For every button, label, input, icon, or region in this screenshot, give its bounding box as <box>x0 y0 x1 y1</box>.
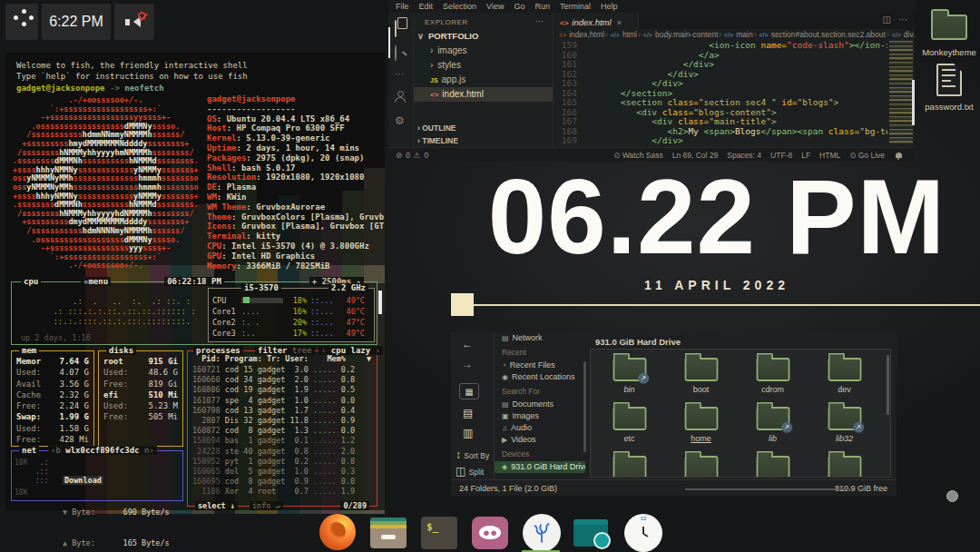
dock-terminal[interactable]: $_ <box>421 514 457 550</box>
menu-help[interactable]: Help <box>601 2 618 11</box>
split-button[interactable]: ◫ Split <box>456 465 484 478</box>
tree-item-styles[interactable]: ›styles <box>414 58 553 73</box>
tree-item-index.html[interactable]: <>index.html <box>414 87 553 102</box>
neofetch-info-row: DE: Plasma <box>207 182 384 192</box>
tab-index-html[interactable]: <>index.html× <box>554 13 639 29</box>
place-item-audio[interactable]: ♫Audio <box>495 422 585 434</box>
desktop-icon-monkeytheme[interactable] <box>931 15 967 40</box>
back-button[interactable]: ← <box>462 338 473 350</box>
breadcrumb-item[interactable]: div.about- <box>904 30 915 39</box>
place-item-recent-locations[interactable]: ◉Recent Locations <box>495 371 585 383</box>
vscode-editor: <>index.html× ◫ ··· <>index.html›</>html… <box>554 13 915 147</box>
tree-item-images[interactable]: ›images <box>414 44 553 58</box>
explorer-icon[interactable] <box>395 21 397 37</box>
vscode-window[interactable]: FileEditSelectionViewGoRunTerminalHelp ·… <box>388 0 915 162</box>
more-views-icon[interactable]: ··· <box>395 69 404 79</box>
breadcrumb-item[interactable]: body.main-content <box>655 30 718 39</box>
folder-lib[interactable]: ↗lib <box>737 399 808 443</box>
split-editor-icon[interactable]: ◫ <box>883 15 891 25</box>
app-launcher-button[interactable] <box>5 4 38 40</box>
place-item-documents[interactable]: ▤Documents <box>495 399 585 410</box>
file-manager-window[interactable]: ← → ▦ ▤ ▥ ↕ Sort By ◫ Split ▤NetworkRece… <box>451 332 897 496</box>
folder-hidden[interactable] <box>593 448 665 478</box>
folder-hidden[interactable] <box>665 448 737 478</box>
breadcrumb-item[interactable]: section#about.section.sec2.about <box>771 30 886 39</box>
breadcrumb-item[interactable]: index.html <box>569 30 604 39</box>
cpu-menu-button[interactable]: ▪menu <box>81 277 111 286</box>
code-line: 159<ion-icon name="code-slash"></ion-i <box>554 41 887 51</box>
details-view-button[interactable]: ▥ <box>463 427 473 439</box>
menu-edit[interactable]: Edit <box>419 2 434 11</box>
minimap[interactable] <box>889 41 913 143</box>
menu-run[interactable]: Run <box>534 2 550 11</box>
dock-coral-browser[interactable] <box>523 514 559 550</box>
processes-header: Pid: Program: Tr: User: Mem% <box>192 354 346 363</box>
editor-more-icon[interactable]: ··· <box>898 15 907 25</box>
line-number: 167 <box>554 117 577 127</box>
folder-lib32[interactable]: ↗lib32 <box>808 399 880 443</box>
sort-by-button[interactable]: ↕ Sort By <box>456 448 489 461</box>
menu-go[interactable]: Go <box>514 2 524 11</box>
folder-view-scrollbar[interactable] <box>887 355 889 415</box>
desktop-icon-password[interactable] <box>936 64 962 96</box>
monitor-processes-panel: processes filter tree ‹ cpu lazy › Pid: … <box>187 350 377 507</box>
net-axis-bottom: 10K <box>15 488 27 497</box>
spectacle-icon <box>573 519 608 547</box>
zoom-slider-knob[interactable] <box>946 490 958 502</box>
processes-count: 0/289 <box>340 501 369 510</box>
process-row: 158952 pyt 1 gadget 0.2 ..... 0.8 <box>188 457 377 467</box>
breadcrumb-item[interactable]: html <box>622 30 637 39</box>
folder-hidden[interactable] <box>737 448 808 478</box>
dock-spectacle[interactable] <box>573 514 610 550</box>
timeline-section[interactable]: › TIMELINE <box>417 136 458 145</box>
search-icon[interactable] <box>395 45 397 62</box>
places-scrollbar[interactable] <box>583 361 586 452</box>
settings-gear-icon[interactable]: ⚙ <box>395 114 405 127</box>
terminal-window[interactable]: Welcome to fish, the friendly interactiv… <box>5 53 385 510</box>
active-view-indicator <box>388 27 390 58</box>
net-axis-top: 10K <box>15 458 27 467</box>
folder-bin[interactable]: ↗bin <box>593 350 665 394</box>
place-item-videos[interactable]: ▶Videos <box>495 434 585 446</box>
folder-hidden[interactable] <box>808 448 880 478</box>
menu-selection[interactable]: Selection <box>443 2 476 11</box>
dock-clock[interactable]: 12 <box>624 514 661 550</box>
menu-terminal[interactable]: Terminal <box>560 2 591 11</box>
breadcrumb-item[interactable]: main <box>736 30 752 39</box>
folder-cdrom[interactable]: cdrom <box>737 350 808 394</box>
tree-item-app.js[interactable]: JSapp.js <box>414 73 553 87</box>
folder-etc[interactable]: etc <box>593 399 665 443</box>
place-item-images[interactable]: ▣Images <box>495 410 585 422</box>
place-item-network[interactable]: ▤Network <box>495 332 585 344</box>
folder-home[interactable]: home <box>665 399 737 443</box>
menu-file[interactable]: File <box>396 2 409 11</box>
project-root[interactable]: ∨PORTFOLIO <box>417 31 478 41</box>
volume-button[interactable] <box>114 4 154 40</box>
folder-view[interactable]: ↗binbootcdromdevetchome↗lib↗lib32 <box>590 349 891 478</box>
taskbar-clock[interactable]: 6:22 PM <box>42 4 111 40</box>
code-area[interactable]: 159<ion-icon name="code-slash"></ion-i16… <box>554 41 887 145</box>
folder-boot[interactable]: boot <box>665 350 737 394</box>
tab-close-icon[interactable]: × <box>617 18 622 27</box>
folder-dev[interactable]: dev <box>808 350 880 394</box>
place-item-931-0-gib-hard-drive[interactable]: ◈931.0 GiB Hard Drive <box>495 461 585 473</box>
menu-view[interactable]: View <box>486 2 504 11</box>
dock-firefox[interactable] <box>319 514 356 550</box>
compact-view-button[interactable]: ▤ <box>463 407 473 419</box>
zoom-slider-track[interactable] <box>685 488 850 490</box>
dock-discord[interactable] <box>472 514 508 550</box>
dock-file-manager[interactable] <box>370 514 407 550</box>
problems-status[interactable]: ⊘0⚠0 <box>388 151 428 160</box>
net-traffic-info: Download ▼ Byte: 690 Byte/s ▲ Byte: 165 … <box>63 455 170 552</box>
neofetch-underline: ------------------ <box>207 104 384 114</box>
explorer-more-icon[interactable]: ··· <box>535 16 544 25</box>
place-item-recent-files[interactable]: ◔Recent Files <box>495 360 585 371</box>
icons-view-button[interactable]: ▦ <box>459 383 479 399</box>
monitor-scroll-thumb[interactable] <box>378 291 382 314</box>
forward-button[interactable]: → <box>462 358 473 370</box>
place-icon: ▣ <box>502 412 509 420</box>
neofetch-info-row: Uptime: 2 days, 1 hour, 14 mins <box>207 143 384 153</box>
outline-section[interactable]: › OUTLINE <box>417 123 456 133</box>
places-section: Devices <box>495 446 585 461</box>
sort-direction-icon[interactable]: ▼ <box>367 354 371 363</box>
